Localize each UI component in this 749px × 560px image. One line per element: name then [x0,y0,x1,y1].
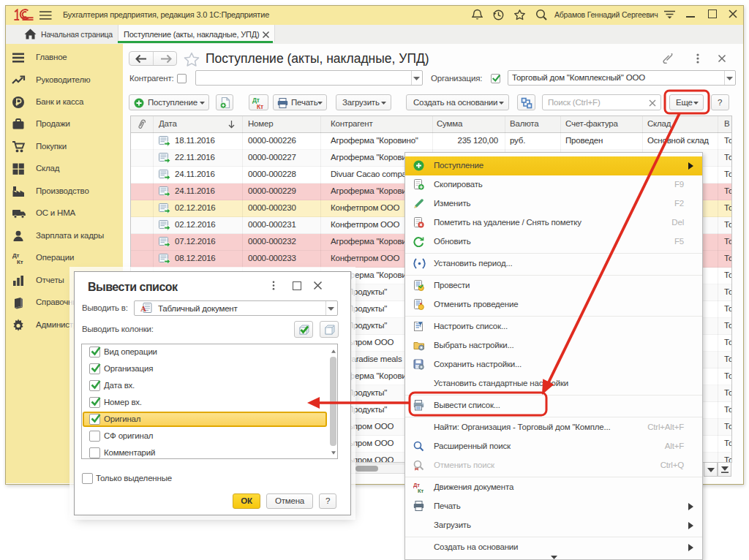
svg-text:A: A [140,304,146,313]
svg-text:Кт: Кт [257,103,263,110]
svg-text:Кт: Кт [17,259,23,265]
svg-text:Кт: Кт [418,488,424,493]
svg-text:Дт: Дт [12,252,19,259]
